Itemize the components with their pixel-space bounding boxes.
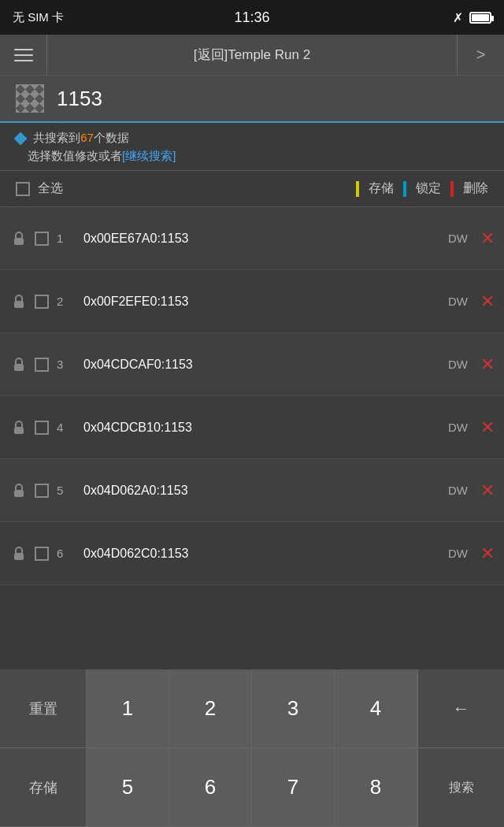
time-label: 11:36 xyxy=(234,9,269,26)
lock-icon xyxy=(8,543,30,565)
row-checkbox-6[interactable] xyxy=(35,547,49,561)
table-row: 3 0x04CDCAF0:1153 DW ✕ xyxy=(0,333,504,396)
search-value: 1153 xyxy=(57,87,102,111)
key-6[interactable]: 6 xyxy=(169,748,252,827)
row-delete-4[interactable]: ✕ xyxy=(480,417,495,438)
row-delete-6[interactable]: ✕ xyxy=(480,543,495,564)
info-suffix: 个数据 xyxy=(94,131,129,144)
svg-rect-2 xyxy=(14,364,24,371)
row-delete-3[interactable]: ✕ xyxy=(480,354,495,375)
keyboard-row-top: 重置 1 2 3 4 ← xyxy=(0,669,504,748)
info-bar: 共搜索到67个数据 选择数值修改或者[继续搜索] xyxy=(0,123,504,171)
table-row: 2 0x00F2EFE0:1153 DW ✕ xyxy=(0,270,504,333)
status-right: ✗ xyxy=(453,10,491,25)
key-1[interactable]: 1 xyxy=(87,669,169,748)
lock-icon xyxy=(8,480,30,502)
lock-separator xyxy=(403,181,406,197)
keyboard: 重置 1 2 3 4 ← 存储 5 6 7 8 xyxy=(0,669,504,827)
backspace-icon: ← xyxy=(453,699,470,719)
key-3[interactable]: 3 xyxy=(252,669,335,748)
lock-icon xyxy=(8,417,30,439)
svg-rect-4 xyxy=(14,490,24,497)
row-delete-5[interactable]: ✕ xyxy=(480,480,495,501)
key-2[interactable]: 2 xyxy=(169,669,252,748)
row-checkbox-3[interactable] xyxy=(35,358,49,372)
row-delete-1[interactable]: ✕ xyxy=(480,228,495,249)
save-separator xyxy=(356,181,359,197)
svg-rect-0 xyxy=(14,238,24,245)
row-addr-6: 0x04D062C0:1153 xyxy=(83,547,448,561)
row-addr-4: 0x04CDCB10:1153 xyxy=(83,421,448,435)
diamond-icon xyxy=(14,132,28,146)
select-all-checkbox[interactable] xyxy=(16,182,30,196)
bluetooth-icon: ✗ xyxy=(453,10,463,25)
lock-icon xyxy=(8,228,30,250)
table-row: 1 0x00EE67A0:1153 DW ✕ xyxy=(0,207,504,270)
save-label[interactable]: 存储 xyxy=(369,180,394,197)
key-8[interactable]: 8 xyxy=(335,748,417,827)
row-delete-2[interactable]: ✕ xyxy=(480,291,495,312)
hamburger-icon xyxy=(14,49,33,61)
toolbar: 全选 存储 锁定 删除 xyxy=(0,171,504,207)
forward-icon: > xyxy=(476,46,486,64)
lock-icon xyxy=(8,291,30,313)
row-addr-3: 0x04CDCAF0:1153 xyxy=(83,358,448,372)
row-dw-5[interactable]: DW xyxy=(448,484,468,497)
row-addr-1: 0x00EE67A0:1153 xyxy=(83,232,448,246)
table-row: 4 0x04CDCB10:1153 DW ✕ xyxy=(0,396,504,459)
table-row: 6 0x04D062C0:1153 DW ✕ xyxy=(0,522,504,585)
select-all-label: 全选 xyxy=(38,180,63,197)
continue-search-link[interactable]: [继续搜索] xyxy=(122,149,176,162)
delete-label[interactable]: 删除 xyxy=(463,180,488,197)
row-dw-4[interactable]: DW xyxy=(448,421,468,434)
row-num-4: 4 xyxy=(57,421,76,434)
keyboard-row-bottom: 存储 5 6 7 8 搜索 xyxy=(0,748,504,827)
key-5[interactable]: 5 xyxy=(87,748,169,827)
delete-separator xyxy=(450,181,454,197)
info-prefix: 共搜索到 xyxy=(33,131,80,144)
battery-icon xyxy=(469,12,491,24)
lock-label[interactable]: 锁定 xyxy=(416,180,441,197)
info-line1: 共搜索到67个数据 xyxy=(16,131,488,146)
info-line2: 选择数值修改或者[继续搜索] xyxy=(16,149,488,164)
header-nav: [返回]Temple Run 2 > xyxy=(0,35,504,76)
lock-icon xyxy=(8,354,30,376)
status-bar: 无 SIM 卡 11:36 ✗ xyxy=(0,0,504,35)
row-dw-1[interactable]: DW xyxy=(448,232,468,245)
key-7[interactable]: 7 xyxy=(252,748,335,827)
table-row: 5 0x04D062A0:1153 DW ✕ xyxy=(0,459,504,522)
row-addr-5: 0x04D062A0:1153 xyxy=(83,484,448,498)
save-button[interactable]: 存储 xyxy=(0,748,87,827)
info-line2-text: 选择数值修改或者 xyxy=(16,149,122,162)
row-num-3: 3 xyxy=(57,358,76,371)
backspace-button[interactable]: ← xyxy=(417,669,504,748)
row-num-5: 5 xyxy=(57,484,76,497)
forward-button[interactable]: > xyxy=(457,35,504,76)
row-checkbox-2[interactable] xyxy=(35,295,49,309)
row-dw-2[interactable]: DW xyxy=(448,295,468,308)
svg-rect-3 xyxy=(14,427,24,434)
row-dw-3[interactable]: DW xyxy=(448,358,468,371)
svg-rect-5 xyxy=(14,553,24,560)
search-count: 67 xyxy=(80,131,94,144)
svg-rect-1 xyxy=(14,301,24,308)
search-bar: 1153 xyxy=(0,76,504,123)
key-4[interactable]: 4 xyxy=(335,669,417,748)
row-num-6: 6 xyxy=(57,547,76,560)
select-all-area[interactable]: 全选 xyxy=(16,180,346,197)
row-num-2: 2 xyxy=(57,295,76,308)
row-checkbox-1[interactable] xyxy=(35,232,49,246)
row-checkbox-5[interactable] xyxy=(35,484,49,498)
row-checkbox-4[interactable] xyxy=(35,421,49,435)
header-title: [返回]Temple Run 2 xyxy=(47,46,457,64)
search-button[interactable]: 搜索 xyxy=(417,748,504,827)
toolbar-actions: 存储 锁定 删除 xyxy=(346,180,488,197)
row-addr-2: 0x00F2EFE0:1153 xyxy=(83,295,448,309)
row-dw-6[interactable]: DW xyxy=(448,547,468,560)
checker-icon xyxy=(16,84,44,113)
carrier-label: 无 SIM 卡 xyxy=(13,10,64,25)
menu-button[interactable] xyxy=(0,35,47,76)
reset-button[interactable]: 重置 xyxy=(0,669,87,748)
table-body: 1 0x00EE67A0:1153 DW ✕ 2 0x00F2EFE0:1153… xyxy=(0,207,504,585)
row-num-1: 1 xyxy=(57,232,76,245)
